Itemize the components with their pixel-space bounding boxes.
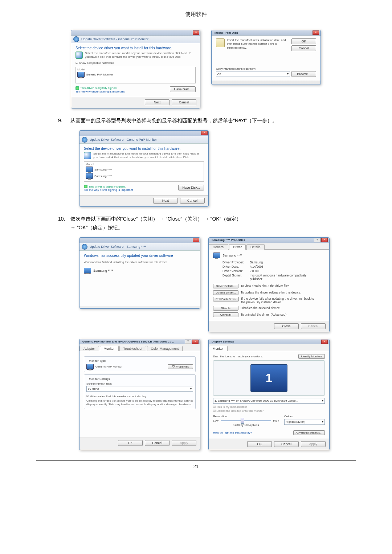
cancel-button[interactable]: Cancel xyxy=(291,45,316,51)
close-icon[interactable]: × xyxy=(201,131,208,135)
help-icon[interactable]: ? xyxy=(185,340,191,344)
driver-icon xyxy=(84,152,91,159)
update-driver-button[interactable]: Update Driver... xyxy=(213,290,238,295)
driver-details-button[interactable]: Driver Details... xyxy=(213,284,238,288)
help-icon[interactable]: ? xyxy=(314,238,320,242)
tab-monitor[interactable]: Monitor xyxy=(209,346,228,351)
help-link[interactable]: How do I get the best display? xyxy=(213,431,252,434)
have-disk-button[interactable]: Have Disk... xyxy=(178,185,204,190)
cancel-button[interactable]: Cancel xyxy=(172,99,196,105)
dialog-title: Generic PnP Monitor and NVIDIA GeForce 6… xyxy=(81,340,174,343)
tab-monitor[interactable]: Monitor xyxy=(100,346,119,351)
refresh-label: Screen refresh rate: xyxy=(86,382,193,385)
titlebar: × xyxy=(71,30,200,36)
page-header: 使用软件 xyxy=(36,11,356,20)
rollback-button[interactable]: Roll Back Driver xyxy=(213,297,239,301)
next-button[interactable]: Next xyxy=(153,198,178,204)
identify-button[interactable]: Identify Monitors xyxy=(298,354,325,359)
cancel-button[interactable]: Cancel xyxy=(180,198,205,204)
monitor-settings-group: Monitor Settings Screen refresh rate: 60… xyxy=(84,374,196,409)
hide-modes-checkbox[interactable]: ☑ Hide modes that this monitor cannot di… xyxy=(86,395,193,398)
tab-details[interactable]: Details xyxy=(246,244,265,250)
device-name: Samsung **** xyxy=(222,254,242,257)
dialog-heading: Windows has successfully updated your dr… xyxy=(84,254,196,258)
dialog-subtext: Select the manufacturer and model of you… xyxy=(85,52,196,59)
monitor-icon xyxy=(86,167,93,172)
disable-button[interactable]: Disable xyxy=(213,306,238,311)
extend-checkbox: ☑ Extend the desktop onto this monitor xyxy=(213,409,325,413)
close-icon[interactable]: × xyxy=(192,340,199,344)
device-name: Samsung **** xyxy=(93,269,113,272)
monitor-type-group: Monitor Type Generic PnP Monitor 🛡 Prope… xyxy=(84,356,196,372)
monitor-select[interactable]: 1. Samsung **** on NVIDIA GeForce 6600 L… xyxy=(213,398,325,404)
cancel-button[interactable]: Cancel xyxy=(301,323,326,329)
colors-select[interactable]: Highest (32 bit)▾ xyxy=(284,419,325,425)
apply-button[interactable]: Apply xyxy=(301,441,326,447)
apply-button[interactable]: Apply xyxy=(172,440,196,446)
step-10: 10. 依次单击以下画面中的“Close”（关闭） → “Close”（关闭） … xyxy=(58,215,356,232)
back-icon[interactable] xyxy=(82,244,87,250)
device-properties-dialog: Samsung **** Properties ? × General Driv… xyxy=(208,237,330,332)
shield-icon xyxy=(84,185,87,188)
close-icon[interactable]: × xyxy=(321,340,328,344)
back-icon[interactable] xyxy=(82,137,87,143)
ok-button[interactable]: OK xyxy=(247,441,272,447)
tab-driver[interactable]: Driver xyxy=(229,244,246,250)
properties-button[interactable]: 🛡 Properties xyxy=(168,364,193,369)
signing-info-link[interactable]: Tell me why driver signing is important xyxy=(84,188,133,192)
close-icon[interactable]: × xyxy=(193,30,199,35)
page-footer: 21 xyxy=(36,460,356,469)
path-input[interactable]: A:\ ▾ xyxy=(216,71,290,77)
tab-color[interactable]: Color Management xyxy=(147,346,183,351)
signed-label: This driver is digitally signed. xyxy=(75,86,124,90)
install-message: Insert the manufacturer's installation d… xyxy=(227,38,289,50)
breadcrumb: Update Driver Software - Generic PnP Mon… xyxy=(71,36,200,43)
page-number: 21 xyxy=(193,464,199,469)
display-settings-dialog: Display Settings × Monitor Drag the icon… xyxy=(208,339,330,450)
refresh-select[interactable]: 60 Hertz▾ xyxy=(86,386,193,392)
breadcrumb-label: Update Driver Software - Generic PnP Mon… xyxy=(81,37,148,41)
close-icon[interactable]: × xyxy=(193,238,199,242)
back-icon[interactable] xyxy=(73,36,79,42)
group-label: Monitor Settings xyxy=(88,377,111,381)
step-text: 从画面中的显示器型号列表中选择与您的显示器相匹配的型号，然后单击“Next”（下… xyxy=(70,116,356,125)
list-item[interactable]: Samsung **** xyxy=(86,167,202,172)
main-monitor-checkbox: ☑ This is my main monitor xyxy=(213,405,325,409)
res-low-label: Low xyxy=(213,419,219,422)
show-compatible-checkbox[interactable]: ☑ Show compatible hardware xyxy=(75,61,196,65)
list-item[interactable]: Samsung **** xyxy=(86,173,202,179)
dialog-title: Install From Disk xyxy=(213,31,238,34)
dialog-heading: Select the device driver you want to ins… xyxy=(75,46,196,50)
tab-general[interactable]: General xyxy=(209,244,228,250)
monitor-type-value: Generic PnP Monitor xyxy=(95,365,122,368)
ok-button[interactable]: OK xyxy=(291,38,316,44)
dialog-heading: Select the device driver you want to ins… xyxy=(84,147,204,151)
close-button[interactable]: Close xyxy=(274,323,299,329)
monitor-icon xyxy=(77,72,85,78)
model-list[interactable]: Model Generic PnP Monitor xyxy=(75,67,196,83)
monitor-preview[interactable]: 1 xyxy=(250,364,287,392)
next-button[interactable]: Next xyxy=(145,99,170,105)
tab-adapter[interactable]: Adapter xyxy=(79,346,99,351)
monitor-properties-dialog: Generic PnP Monitor and NVIDIA GeForce 6… xyxy=(79,339,200,450)
close-icon[interactable]: × xyxy=(313,30,319,35)
ok-button[interactable]: OK xyxy=(118,440,143,446)
colors-label: Colors: xyxy=(284,415,325,418)
browse-button[interactable]: Browse... xyxy=(291,71,316,77)
list-item[interactable]: Generic PnP Monitor xyxy=(77,72,194,78)
slider-thumb-icon[interactable] xyxy=(241,418,244,424)
cancel-button[interactable]: Cancel xyxy=(145,440,170,446)
uninstall-button[interactable]: Uninstall xyxy=(213,312,238,317)
update-driver-dialog-1: × Update Driver Software - Generic PnP M… xyxy=(71,30,200,108)
tab-troubleshoot[interactable]: Troubleshoot xyxy=(119,346,146,351)
signing-info-link[interactable]: Tell me why driver signing is important xyxy=(75,90,124,93)
advanced-button[interactable]: Advanced Settings... xyxy=(293,430,325,435)
model-list[interactable]: Model Samsung **** Samsung **** xyxy=(84,161,204,182)
step-number: 9. xyxy=(58,116,70,125)
resolution-slider[interactable] xyxy=(221,420,271,421)
cancel-button[interactable]: Cancel xyxy=(274,441,299,447)
hide-modes-hint: Clearing this check box allows you to se… xyxy=(86,399,193,407)
have-disk-button[interactable]: Have Disk... xyxy=(170,86,196,92)
close-icon[interactable]: × xyxy=(321,238,328,242)
drag-label: Drag the icons to match your monitors. xyxy=(213,355,263,358)
